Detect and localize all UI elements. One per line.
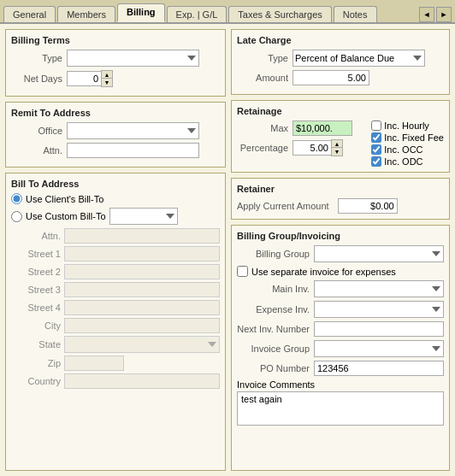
late-charge-title: Late Charge xyxy=(237,35,444,45)
billing-type-select[interactable] xyxy=(67,50,199,67)
bill-street4-row: Street 4 xyxy=(20,300,220,315)
tab-billing[interactable]: Billing xyxy=(117,3,165,22)
retainage-max-label: Max xyxy=(237,123,292,133)
radio-custom-bill-to-row: Use Custom Bill-To xyxy=(11,208,220,225)
late-charge-amount-input[interactable] xyxy=(292,70,369,85)
tab-nav: ◄ ► xyxy=(419,7,455,22)
retainage-section: Retainage Max Percentage ▲ ▼ xyxy=(231,100,450,173)
billing-group-row: Billing Group xyxy=(237,245,444,262)
po-number-input[interactable] xyxy=(314,361,444,376)
net-days-label: Net Days xyxy=(11,73,67,84)
bill-city-input xyxy=(64,318,220,333)
remit-to-section: Remit To Address Office Attn. xyxy=(5,102,226,167)
bill-country-row: Country xyxy=(20,373,220,389)
billing-group-title: Billing Group/Invoicing xyxy=(237,231,444,241)
bill-street4-input xyxy=(64,300,220,315)
sep-inv-row: Use separate invoice for expenses xyxy=(237,266,444,277)
late-charge-amount-label: Amount xyxy=(237,73,292,83)
net-days-up-btn[interactable]: ▲ xyxy=(102,71,112,79)
late-charge-type-select[interactable]: Percent of Balance Due xyxy=(292,50,425,67)
sep-inv-label: Use separate invoice for expenses xyxy=(251,267,396,277)
inc-hourly-checkbox[interactable] xyxy=(371,120,381,131)
invoice-group-select[interactable] xyxy=(314,340,444,357)
custom-bill-to-select[interactable] xyxy=(109,208,178,225)
bill-state-select xyxy=(64,336,220,353)
retainage-checkboxes: Inc. Hourly Inc. Fixed Fee Inc. OCC Inc.… xyxy=(371,120,444,167)
retainer-row: Apply Current Amount xyxy=(237,198,444,214)
expense-inv-select[interactable] xyxy=(314,301,444,318)
next-inv-label: Next Inv. Number xyxy=(237,324,314,334)
invoice-comments-label: Invoice Comments xyxy=(237,379,444,390)
late-charge-amount-row: Amount xyxy=(237,70,444,85)
retainage-content: Max Percentage ▲ ▼ xyxy=(237,120,444,167)
bill-to-section: Bill To Address Use Client's Bill-To Use… xyxy=(5,173,226,471)
retainage-pct-input[interactable] xyxy=(292,140,331,156)
remit-office-label: Office xyxy=(11,126,67,136)
inc-fixed-fee-checkbox[interactable] xyxy=(371,132,381,143)
bill-attn-input xyxy=(64,228,220,244)
tab-bar: General Members Billing Exp. | G/L Taxes… xyxy=(0,0,455,24)
bill-street2-input xyxy=(64,264,220,279)
radio-client-label: Use Client's Bill-To xyxy=(26,194,103,204)
bill-to-title: Bill To Address xyxy=(11,179,220,189)
apply-current-input[interactable] xyxy=(338,198,398,214)
billing-type-row: Type xyxy=(11,50,220,67)
bill-city-row: City xyxy=(20,318,220,333)
expense-inv-label: Expense Inv. xyxy=(237,304,314,314)
main-inv-select[interactable] xyxy=(314,280,444,297)
tab-members[interactable]: Members xyxy=(57,6,115,22)
bill-attn-row: Attn. xyxy=(20,228,220,244)
po-number-label: PO Number xyxy=(237,363,314,373)
inc-odc-label: Inc. ODC xyxy=(384,156,422,167)
tab-general[interactable]: General xyxy=(3,6,56,22)
late-charge-type-label: Type xyxy=(237,53,292,63)
main-inv-row: Main Inv. xyxy=(237,280,444,297)
billing-group-label: Billing Group xyxy=(237,249,314,259)
retainage-pct-label: Percentage xyxy=(237,143,292,153)
billing-terms-title: Billing Terms xyxy=(11,35,220,45)
retainage-pct-down-btn[interactable]: ▼ xyxy=(332,148,342,156)
tab-nav-next[interactable]: ► xyxy=(436,7,452,22)
bill-street1-input xyxy=(64,246,220,262)
tab-nav-prev[interactable]: ◄ xyxy=(419,7,434,22)
retainage-pct-up-btn[interactable]: ▲ xyxy=(332,140,342,148)
remit-office-select[interactable] xyxy=(67,122,199,139)
retainage-max-input[interactable] xyxy=(292,120,352,136)
tab-exp-gl[interactable]: Exp. | G/L xyxy=(167,6,228,22)
retainage-pct-spinner: ▲ ▼ xyxy=(292,139,343,156)
inc-odc-checkbox[interactable] xyxy=(371,156,381,167)
inc-hourly-row: Inc. Hourly xyxy=(371,120,444,131)
bill-country-input xyxy=(64,373,220,389)
net-days-down-btn[interactable]: ▼ xyxy=(102,79,112,86)
billing-type-label: Type xyxy=(11,53,67,63)
retainer-section: Retainer Apply Current Amount xyxy=(231,178,450,220)
remit-attn-input[interactable] xyxy=(67,143,199,158)
retainer-title: Retainer xyxy=(237,184,444,194)
bill-addr-fields: Attn. Street 1 Street 2 Street 3 Street … xyxy=(11,228,220,389)
left-column: Billing Terms Type Net Days 0 ▲ ▼ xyxy=(5,29,226,471)
billing-group-select[interactable] xyxy=(314,245,444,262)
billing-group-section: Billing Group/Invoicing Billing Group Us… xyxy=(231,225,450,471)
right-column: Late Charge Type Percent of Balance Due … xyxy=(231,29,450,471)
invoice-comments-group: Invoice Comments test again xyxy=(237,379,444,427)
radio-client-input[interactable] xyxy=(11,193,22,204)
invoice-group-row: Invoice Group xyxy=(237,340,444,357)
inc-occ-label: Inc. OCC xyxy=(384,144,422,155)
inc-odc-row: Inc. ODC xyxy=(371,156,444,167)
invoice-comments-textarea[interactable]: test again xyxy=(237,391,444,426)
main-inv-label: Main Inv. xyxy=(237,284,314,294)
radio-client-bill-to: Use Client's Bill-To xyxy=(11,193,220,204)
billing-terms-section: Billing Terms Type Net Days 0 ▲ ▼ xyxy=(5,29,226,97)
radio-custom-input[interactable] xyxy=(11,211,22,222)
net-days-spinner-btns: ▲ ▼ xyxy=(101,70,113,87)
tab-notes[interactable]: Notes xyxy=(334,6,377,22)
invoice-group-label: Invoice Group xyxy=(237,344,314,354)
next-inv-input[interactable] xyxy=(314,321,444,337)
tab-taxes[interactable]: Taxes & Surcharges xyxy=(228,6,331,22)
net-days-input[interactable]: 0 xyxy=(67,71,101,86)
bill-street2-row: Street 2 xyxy=(20,264,220,279)
bill-country-label: Country xyxy=(20,376,64,386)
sep-inv-checkbox[interactable] xyxy=(237,266,248,277)
remit-attn-label: Attn. xyxy=(11,145,67,156)
inc-occ-checkbox[interactable] xyxy=(371,144,381,155)
